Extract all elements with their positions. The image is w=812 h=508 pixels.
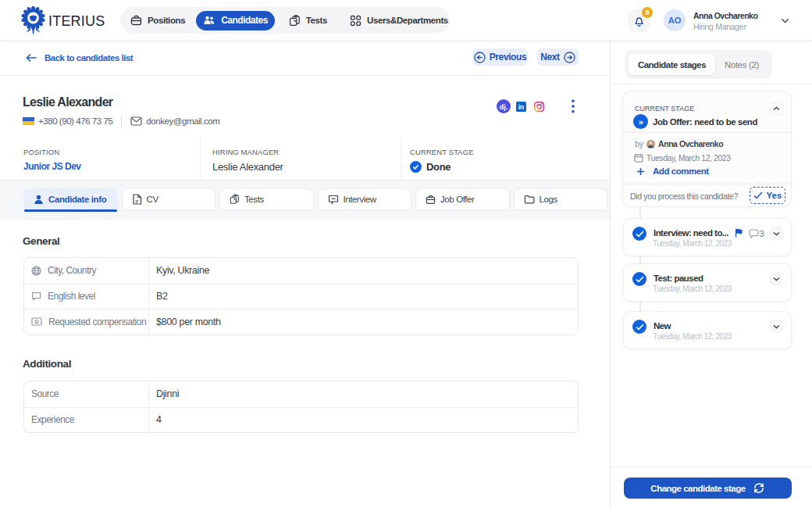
- svg-text:in: in: [518, 103, 525, 111]
- svg-text:dj.: dj.: [500, 103, 508, 111]
